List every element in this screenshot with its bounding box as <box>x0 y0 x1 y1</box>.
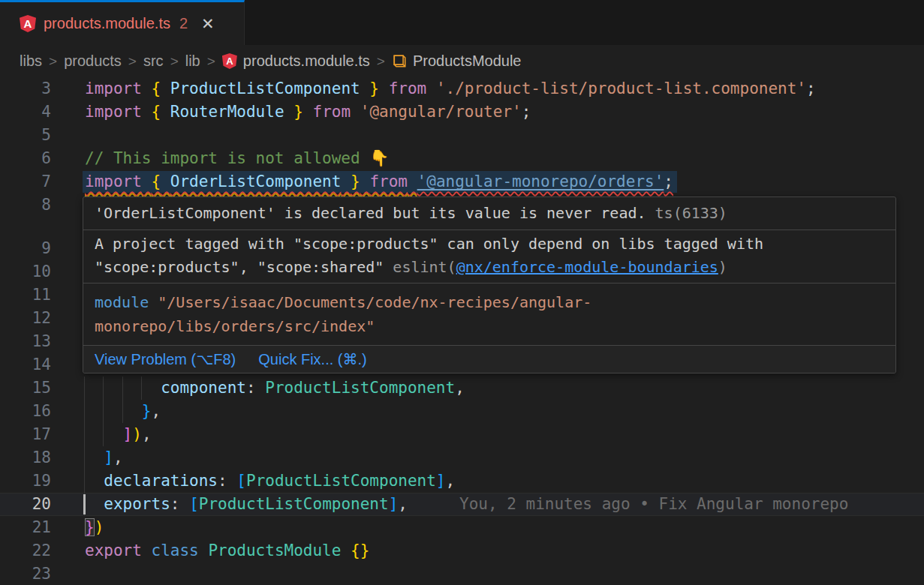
code-line-20[interactable]: 20 exports: [ProductListComponent],You, … <box>0 493 924 516</box>
line-number-23[interactable]: 23 <box>0 562 51 585</box>
line-number-7[interactable]: 7 <box>0 170 51 194</box>
code-token: ) <box>132 425 142 443</box>
code-token <box>379 80 389 98</box>
line-number-10[interactable]: 10 <box>0 260 51 284</box>
module-path-1: "/Users/isaac/Documents/code/nx-recipes/… <box>149 293 591 311</box>
line-number-18[interactable]: 18 <box>0 446 51 470</box>
code-token: export <box>85 542 142 560</box>
code-line-4[interactable]: 4import { RouterModule } from '@angular/… <box>0 100 924 124</box>
hover-eslint-text: "scope:products", "scope:shared" <box>95 258 393 276</box>
view-problem-button[interactable]: View Problem (⌥F8) <box>95 350 236 368</box>
code-line-17[interactable]: 17 ]), <box>0 423 924 446</box>
code-text-3: import { ProductListComponent } from './… <box>85 77 816 100</box>
code-token: './product-list/product-list.component' <box>436 80 806 98</box>
code-token <box>179 495 189 513</box>
hover-ts-code: ts(6133) <box>646 204 727 222</box>
code-line-22[interactable]: 22export class ProductsModule {} <box>0 539 924 562</box>
line-number-6[interactable]: 6 <box>0 147 51 170</box>
line-number-21[interactable]: 21 <box>0 516 51 539</box>
code-token: 👇 <box>369 149 389 167</box>
code-line-19[interactable]: 19 declarations: [ProductListComponent], <box>0 470 924 493</box>
line-number-9[interactable]: 9 <box>0 237 51 260</box>
line-number-14[interactable]: 14 <box>0 353 51 376</box>
code-token <box>360 172 370 190</box>
hover-eslint-line2: "scope:products", "scope:shared" eslint(… <box>95 256 884 279</box>
line-number-12[interactable]: 12 <box>0 307 51 330</box>
close-icon[interactable]: ✕ <box>201 16 215 32</box>
module-path-2: monorepo/libs/orders/src/index" <box>95 314 884 338</box>
code-text-7: import { OrderListComponent } from '@ang… <box>85 170 673 194</box>
code-line-7[interactable]: 7import { OrderListComponent } from '@an… <box>0 170 924 194</box>
code-token <box>85 402 142 420</box>
code-line-21[interactable]: 21}) <box>0 516 924 539</box>
breadcrumb-item-src[interactable]: src <box>143 52 164 70</box>
quick-fix-button[interactable]: Quick Fix... (⌘.) <box>258 350 366 368</box>
breadcrumb: libs > products > src > lib > A products… <box>0 45 924 77</box>
code-token: ) <box>95 518 104 536</box>
code-text-20: exports: [ProductListComponent], <box>85 493 408 516</box>
code-token: } <box>85 518 95 536</box>
code-line-6[interactable]: 6// This import is not allowed 👇 <box>0 147 924 170</box>
code-token: , <box>455 379 465 397</box>
line-number-3[interactable]: 3 <box>0 77 51 100</box>
code-line-16[interactable]: 16 }, <box>0 400 924 423</box>
line-number-20[interactable]: 20 <box>0 493 51 516</box>
code-token <box>142 103 152 121</box>
code-token <box>142 80 152 98</box>
tab-bar: A products.module.ts 2 ✕ <box>0 0 924 45</box>
code-text-16: }, <box>85 400 161 423</box>
code-line-23[interactable]: 23 <box>0 562 924 585</box>
code-token <box>426 80 436 98</box>
code-token: ProductListComponent <box>265 379 455 397</box>
code-token: { <box>152 172 161 190</box>
breadcrumb-item-libs[interactable]: libs <box>20 52 42 70</box>
line-number-16[interactable]: 16 <box>0 400 51 423</box>
line-number-13[interactable]: 13 <box>0 330 51 353</box>
code-token <box>284 103 294 121</box>
line-number-17[interactable]: 17 <box>0 423 51 446</box>
eslint-rule-link[interactable]: @nx/enforce-module-boundaries <box>456 258 718 276</box>
line-number-19[interactable]: 19 <box>0 470 51 493</box>
code-token: ; <box>522 103 531 121</box>
line-number-4[interactable]: 4 <box>0 100 51 124</box>
code-line-15[interactable]: 15 component: ProductListComponent, <box>0 376 924 400</box>
line-number-5[interactable]: 5 <box>0 124 51 147</box>
code-token: declarations <box>104 472 218 490</box>
hover-eslint-source: eslint( <box>393 258 456 276</box>
chevron-right-icon: > <box>42 53 64 70</box>
code-line-3[interactable]: 3import { ProductListComponent } from '.… <box>0 77 924 100</box>
line-number-15[interactable]: 15 <box>0 376 51 400</box>
code-token <box>142 172 152 190</box>
code-token <box>85 472 104 490</box>
hover-eslint-diagnostic: A project tagged with "scope:products" c… <box>83 230 895 283</box>
code-token: '@angular/router' <box>360 103 522 121</box>
line-number-8[interactable]: 8 <box>0 194 51 217</box>
code-text-19: declarations: [ProductListComponent], <box>85 470 455 493</box>
chevron-right-icon: > <box>200 53 222 70</box>
breadcrumb-item-symbol[interactable]: ProductsModule <box>413 52 522 70</box>
tab-products-module[interactable]: A products.module.ts 2 ✕ <box>0 0 245 45</box>
code-token <box>341 542 351 560</box>
breadcrumb-item-lib[interactable]: lib <box>185 52 200 70</box>
code-token <box>161 103 170 121</box>
code-line-18[interactable]: 18 ], <box>0 446 924 470</box>
module-keyword: module <box>95 293 149 311</box>
line-number-22[interactable]: 22 <box>0 539 51 562</box>
code-token <box>351 103 360 121</box>
code-token <box>227 472 237 490</box>
code-token: ] <box>104 448 113 466</box>
breadcrumb-item-file[interactable]: products.module.ts <box>243 52 370 70</box>
code-token: } <box>293 103 303 121</box>
code-token: , <box>142 425 152 443</box>
code-text-18: ], <box>85 446 123 470</box>
breadcrumb-item-products[interactable]: products <box>64 52 122 70</box>
hover-eslint-line1: A project tagged with "scope:products" c… <box>95 232 884 256</box>
code-line-5[interactable]: 5 <box>0 124 924 147</box>
line-number-11[interactable]: 11 <box>0 284 51 307</box>
code-token: // This import is not allowed <box>85 149 369 167</box>
code-token: {} <box>351 542 369 560</box>
code-token: ] <box>123 425 133 443</box>
code-token: from <box>389 80 427 98</box>
tab-label: products.module.ts <box>44 15 170 32</box>
code-token: [ <box>189 495 199 513</box>
